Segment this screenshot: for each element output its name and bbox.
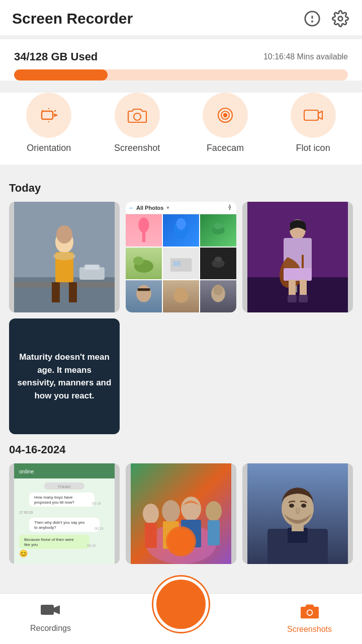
- flot-icon-circle: [291, 93, 336, 138]
- gallery-row-date: online TODAY How many boys have proposed…: [9, 463, 353, 564]
- svg-text:😊: 😊: [19, 549, 28, 558]
- header-actions: [303, 9, 350, 28]
- nav-recordings[interactable]: Recordings: [30, 603, 71, 633]
- svg-rect-76: [145, 523, 157, 548]
- svg-point-91: [301, 504, 306, 508]
- svg-point-26: [176, 218, 186, 229]
- action-orientation[interactable]: Orientation: [26, 93, 71, 153]
- action-flot-icon[interactable]: Flot icon: [291, 93, 336, 153]
- storage-progress-bg: [14, 69, 348, 80]
- svg-text:17  00:19: 17 00:19: [19, 511, 33, 514]
- svg-rect-49: [284, 268, 312, 281]
- action-facecam[interactable]: Facecam: [203, 93, 248, 153]
- quick-actions: Orientation Screenshot Facecam: [0, 93, 362, 165]
- svg-point-17: [53, 252, 75, 260]
- nav-screenshots[interactable]: Screenshots: [287, 602, 332, 634]
- alert-icon[interactable]: [303, 9, 322, 28]
- recordings-icon: [40, 603, 60, 621]
- svg-rect-32: [173, 261, 180, 266]
- today-label: Today: [9, 182, 353, 195]
- svg-point-35: [136, 285, 151, 302]
- svg-text:00:18: 00:18: [92, 502, 101, 505]
- svg-rect-14: [52, 282, 60, 302]
- svg-text:Because None of then were: Because None of then were: [24, 537, 74, 542]
- settings-icon[interactable]: [331, 9, 350, 28]
- svg-point-38: [175, 287, 186, 297]
- svg-rect-3: [42, 111, 53, 119]
- svg-point-4: [134, 113, 141, 120]
- svg-rect-52: [288, 295, 297, 302]
- svg-rect-8: [304, 110, 318, 120]
- svg-text:to anybody?: to anybody?: [34, 525, 56, 530]
- gallery-row-2: Maturity doesn't mean age. It means sens…: [9, 318, 353, 434]
- svg-point-30: [133, 257, 144, 265]
- date-label: 04-16-2024: [9, 443, 353, 456]
- svg-point-79: [181, 497, 201, 521]
- gallery-item-photos-grid[interactable]: ← All Photos ▼: [126, 202, 236, 312]
- photos-app-header: ← All Photos ▼: [126, 202, 236, 214]
- svg-rect-82: [208, 520, 220, 545]
- svg-text:online: online: [19, 468, 34, 474]
- svg-rect-92: [41, 605, 54, 615]
- svg-point-75: [143, 504, 159, 524]
- svg-text:00:19: 00:19: [95, 527, 104, 530]
- gallery-item-woman-street[interactable]: [9, 202, 120, 312]
- facecam-label: Facecam: [207, 143, 244, 153]
- svg-point-23: [138, 217, 149, 232]
- storage-available-label: 10:16:48 Mins available: [263, 52, 348, 61]
- svg-text:How many boys have: How many boys have: [34, 495, 73, 500]
- svg-point-21: [229, 205, 230, 205]
- guitarist-img: [242, 202, 353, 312]
- flot-icon-label: Flot icon: [296, 143, 330, 153]
- svg-point-7: [224, 114, 227, 117]
- action-screenshot[interactable]: Screenshot: [114, 93, 160, 153]
- app-title: Screen Recorder: [12, 10, 133, 27]
- orientation-label: Orientation: [27, 143, 71, 153]
- svg-rect-24: [142, 231, 145, 242]
- svg-rect-36: [137, 288, 150, 291]
- svg-point-77: [162, 500, 180, 522]
- svg-text:Then why didn't you say yes: Then why didn't you say yes: [34, 520, 84, 525]
- svg-text:TODAY: TODAY: [58, 485, 71, 489]
- photos-app-sim: ← All Photos ▼: [126, 202, 236, 312]
- svg-text:00:20: 00:20: [87, 544, 96, 547]
- photos-grid-inner: [126, 214, 236, 312]
- gallery-item-man-portrait[interactable]: [242, 463, 353, 564]
- svg-point-22: [229, 209, 230, 210]
- storage-used-label: 34/128 GB Used: [14, 50, 98, 63]
- svg-text:like you: like you: [24, 542, 38, 547]
- record-button-container: [153, 577, 209, 632]
- gallery-item-quote[interactable]: Maturity doesn't mean age. It means sens…: [9, 318, 120, 434]
- recordings-label: Recordings: [30, 624, 71, 633]
- woman-street-img: [9, 202, 120, 312]
- svg-point-94: [307, 610, 312, 615]
- svg-point-20: [229, 206, 231, 208]
- svg-text:proposed you till now?: proposed you till now?: [34, 500, 74, 505]
- screenshot-icon-circle: [115, 93, 160, 138]
- screenshots-label: Screenshots: [287, 625, 332, 634]
- gallery-item-chat[interactable]: online TODAY How many boys have proposed…: [9, 463, 120, 564]
- orientation-icon-circle: [26, 93, 71, 138]
- screenshots-icon: [300, 602, 320, 622]
- storage-section: 34/128 GB Used 10:16:48 Mins available: [0, 39, 362, 80]
- svg-rect-53: [299, 295, 308, 302]
- gallery-item-guitarist[interactable]: [242, 202, 353, 312]
- svg-point-2: [312, 21, 312, 22]
- svg-point-28: [214, 223, 223, 229]
- storage-progress-fill: [14, 69, 108, 80]
- svg-point-84: [168, 528, 194, 554]
- chat-img: online TODAY How many boys have proposed…: [9, 463, 120, 564]
- gallery-row-1: ← All Photos ▼: [9, 202, 353, 312]
- svg-rect-11: [14, 282, 115, 287]
- facecam-icon-circle: [203, 93, 248, 138]
- record-button[interactable]: [153, 577, 209, 632]
- man-portrait-img: [242, 463, 353, 564]
- svg-rect-19: [84, 265, 100, 270]
- gallery-item-carnival[interactable]: [126, 463, 236, 564]
- svg-point-16: [56, 225, 72, 244]
- svg-point-40: [213, 285, 223, 295]
- svg-point-81: [206, 501, 222, 521]
- quote-text: Maturity doesn't mean age. It means sens…: [17, 351, 112, 402]
- svg-point-90: [289, 504, 294, 508]
- screenshot-label: Screenshot: [114, 143, 160, 153]
